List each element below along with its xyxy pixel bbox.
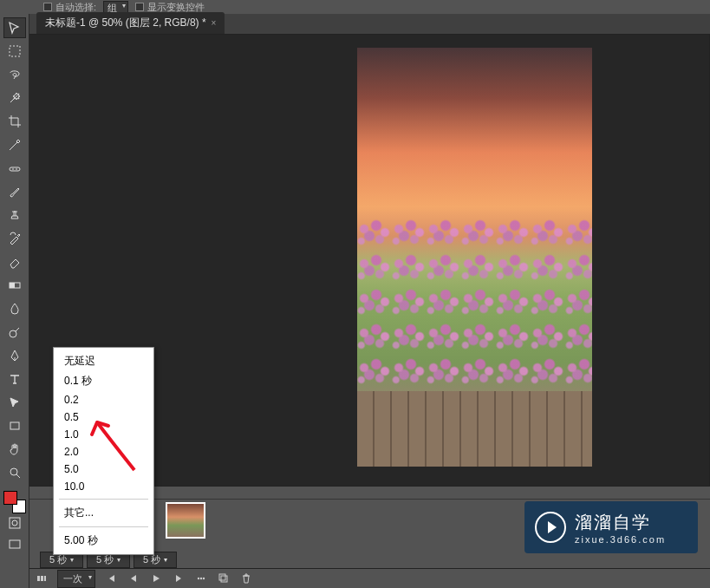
clone-stamp-tool[interactable] — [3, 205, 26, 225]
svg-rect-17 — [219, 574, 225, 580]
quick-mask-button[interactable] — [3, 513, 26, 532]
svg-point-6 — [10, 468, 17, 475]
healing-brush-tool[interactable] — [3, 158, 26, 179]
svg-point-14 — [200, 578, 202, 579]
menu-separator — [59, 526, 148, 527]
hand-tool[interactable] — [3, 439, 26, 460]
svg-rect-16 — [221, 576, 227, 582]
eraser-tool[interactable] — [3, 252, 26, 272]
first-frame-button[interactable] — [104, 572, 118, 585]
delay-option-current[interactable]: 5.00 秒 — [54, 531, 153, 551]
checkbox-box — [43, 3, 52, 11]
svg-rect-9 — [10, 540, 20, 548]
history-brush-tool[interactable] — [3, 228, 26, 249]
rectangle-shape-tool[interactable] — [3, 415, 26, 436]
loop-label: 一次 — [63, 573, 82, 584]
tween-button[interactable] — [194, 572, 208, 585]
svg-rect-0 — [10, 46, 20, 56]
foreground-swatch[interactable] — [3, 491, 17, 505]
watermark-badge: 溜溜自学 zixue.3d66.com — [524, 501, 698, 553]
close-icon[interactable]: × — [212, 18, 217, 28]
tool-palette — [0, 14, 29, 588]
delay-option-2-0[interactable]: 2.0 — [54, 443, 153, 461]
watermark-text: 溜溜自学 zixue.3d66.com — [575, 511, 666, 545]
document-tab-title: 未标题-1 @ 50% (图层 2, RGB/8) * — [45, 16, 206, 30]
loop-select[interactable]: 一次 — [57, 570, 95, 588]
document-tabs: 未标题-1 @ 50% (图层 2, RGB/8) * × — [29, 14, 710, 35]
delay-option-5-0[interactable]: 5.0 — [54, 461, 153, 478]
dodge-tool[interactable] — [3, 322, 26, 343]
delay-context-menu: 无延迟 0.1 秒 0.2 0.5 1.0 2.0 5.0 10.0 其它...… — [53, 347, 154, 555]
duplicate-frame-button[interactable] — [217, 572, 231, 585]
chevron-down-icon: ▾ — [117, 556, 121, 564]
delay-option-1-0[interactable]: 1.0 — [54, 426, 153, 443]
gradient-tool[interactable] — [3, 275, 26, 296]
chevron-down-icon: ▾ — [164, 556, 167, 564]
zoom-tool[interactable] — [3, 462, 26, 483]
svg-rect-11 — [41, 576, 43, 581]
frame-delay-label: 5 秒 — [49, 553, 67, 566]
svg-point-13 — [198, 578, 199, 579]
lasso-tool[interactable] — [3, 64, 26, 85]
brush-tool[interactable] — [3, 181, 26, 202]
delete-frame-button[interactable] — [239, 572, 253, 585]
frame-1[interactable] — [166, 503, 205, 538]
timeline-mode-icon[interactable] — [35, 572, 49, 585]
delay-option-0-5[interactable]: 0.5 — [54, 408, 153, 426]
blur-tool[interactable] — [3, 298, 26, 319]
svg-rect-7 — [10, 518, 20, 528]
delay-option-0-2[interactable]: 0.2 — [54, 391, 153, 408]
delay-option-other[interactable]: 其它... — [54, 503, 153, 523]
path-select-tool[interactable] — [3, 392, 26, 413]
play-button[interactable] — [149, 572, 163, 585]
timeline-controls: 一次 — [29, 568, 710, 588]
move-tool[interactable] — [3, 17, 26, 38]
watermark-title: 溜溜自学 — [575, 511, 666, 534]
svg-rect-3 — [10, 283, 15, 288]
document-tab[interactable]: 未标题-1 @ 50% (图层 2, RGB/8) * × — [36, 12, 225, 34]
svg-rect-10 — [37, 576, 40, 581]
svg-rect-5 — [10, 422, 19, 429]
frame-thumb[interactable] — [166, 503, 205, 538]
frame-delay-label: 5 秒 — [96, 553, 114, 566]
svg-point-4 — [10, 330, 16, 337]
target-select[interactable]: 组 — [103, 1, 128, 13]
delay-option-no-delay[interactable]: 无延迟 — [54, 351, 153, 371]
canvas-image — [357, 48, 592, 467]
delay-option-10-0[interactable]: 10.0 — [54, 478, 153, 495]
eyedropper-tool[interactable] — [3, 134, 26, 155]
delay-option-0-1[interactable]: 0.1 秒 — [54, 371, 153, 391]
svg-rect-1 — [10, 167, 20, 171]
screen-mode-button[interactable] — [3, 535, 26, 554]
play-icon — [535, 512, 566, 543]
chevron-down-icon: ▾ — [70, 556, 74, 564]
color-swatches[interactable] — [3, 491, 26, 513]
marquee-tool[interactable] — [3, 41, 26, 62]
prev-frame-button[interactable] — [127, 572, 140, 585]
frame-delay-label: 5 秒 — [143, 553, 160, 566]
magic-wand-tool[interactable] — [3, 88, 26, 108]
watermark-url: zixue.3d66.com — [575, 534, 666, 545]
checkbox-box — [135, 3, 144, 11]
next-frame-button[interactable] — [172, 572, 186, 585]
pen-tool[interactable] — [3, 345, 26, 366]
crop-tool[interactable] — [3, 111, 26, 132]
menu-separator — [59, 499, 148, 500]
svg-point-15 — [203, 578, 205, 579]
svg-rect-12 — [44, 576, 46, 581]
svg-point-8 — [12, 520, 17, 526]
type-tool[interactable] — [3, 369, 26, 389]
